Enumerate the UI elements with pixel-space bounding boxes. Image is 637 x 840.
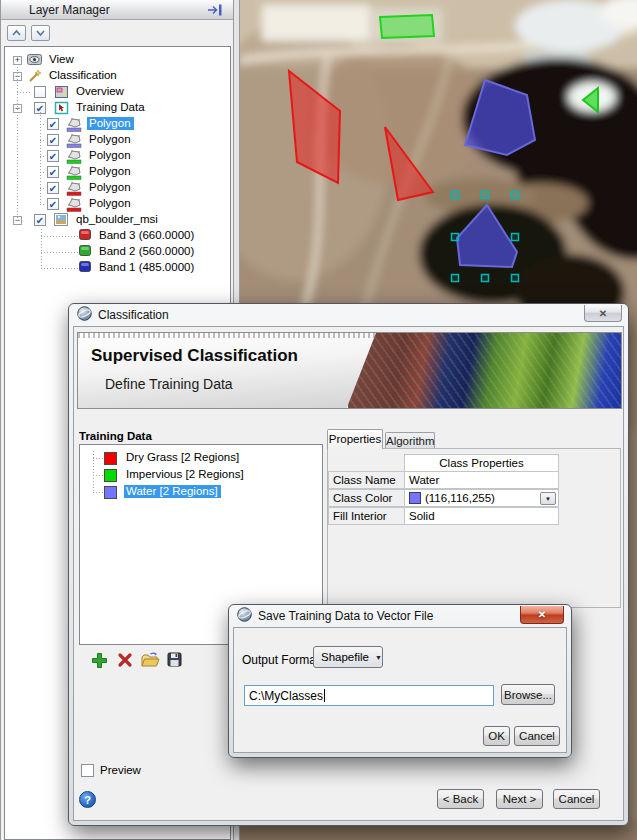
selection-handle[interactable]	[452, 275, 459, 282]
layer-checkbox[interactable]: ✔	[34, 214, 46, 226]
layer-manager-titlebar: Layer Manager	[1, 0, 233, 20]
layer-checkbox[interactable]: ✔	[47, 198, 59, 210]
raster-icon	[54, 213, 69, 229]
class-color-swatch	[104, 452, 117, 465]
layer-checkbox[interactable]: ✔	[47, 118, 59, 130]
tree-item-label: Classification	[47, 69, 120, 82]
class-item-dry-grass-2-regions[interactable]: Dry Grass [2 Regions]	[80, 450, 322, 467]
tree-item-training-data[interactable]: −✔Training Data	[5, 100, 230, 116]
close-icon: ✕	[599, 308, 607, 319]
tree-item-label: Polygon	[87, 149, 134, 162]
next-button[interactable]: Next >	[496, 789, 543, 809]
back-button[interactable]: < Back	[437, 789, 484, 809]
class-properties-header: Class Properties	[404, 454, 559, 472]
class-color-swatch	[104, 486, 117, 499]
browse-button[interactable]: Browse...	[501, 684, 555, 705]
dock-panel-icon[interactable]	[207, 3, 225, 17]
band-swatch	[79, 245, 91, 259]
property-label-fill-interior: Fill Interior	[328, 507, 405, 525]
layer-checkbox[interactable]	[34, 86, 46, 98]
tree-item-qb-boulder-msi[interactable]: −✔qb_boulder_msi	[5, 212, 230, 228]
tree-item-band-3-660-0000[interactable]: Band 3 (660.0000)	[5, 228, 230, 244]
close-button[interactable]: ✕	[520, 606, 564, 624]
tree-item-polygon[interactable]: ✔Polygon	[5, 148, 230, 164]
selection-handle[interactable]	[482, 275, 489, 282]
cancel-button[interactable]: Cancel	[514, 726, 560, 746]
training-data-label: Training Data	[79, 430, 152, 442]
overview-icon	[54, 85, 70, 101]
tree-item-view[interactable]: +View	[5, 52, 230, 68]
wizard-banner: Supervised Classification Define Trainin…	[77, 332, 622, 409]
preview-label: Preview	[100, 764, 141, 776]
wizard-subtitle: Define Training Data	[105, 376, 233, 392]
layer-checkbox[interactable]: ✔	[47, 182, 59, 194]
tree-item-band-2-560-0000[interactable]: Band 2 (560.0000)	[5, 244, 230, 260]
tree-item-overview[interactable]: Overview	[5, 84, 230, 100]
save-file-button[interactable]	[167, 652, 182, 671]
class-item-water-2-regions[interactable]: Water [2 Regions]	[80, 484, 322, 501]
tree-item-label: Polygon	[87, 165, 134, 178]
tree-item-label: Overview	[74, 85, 127, 98]
classification-dialog-titlebar[interactable]: Classification	[69, 304, 628, 326]
property-label-class-color: Class Color	[328, 489, 405, 507]
preview-checkbox[interactable]	[81, 764, 94, 777]
class-item-label: Water [2 Regions]	[124, 485, 221, 498]
help-button[interactable]: ?	[79, 791, 96, 808]
tree-item-classification[interactable]: −Classification	[5, 68, 230, 84]
tree-item-label: Training Data	[74, 101, 148, 114]
selection-handle[interactable]	[512, 234, 519, 241]
selection-handle[interactable]	[452, 192, 459, 199]
wand-icon	[27, 69, 43, 85]
close-button[interactable]: ✕	[584, 305, 622, 322]
tree-item-label: Band 3 (660.0000)	[97, 229, 197, 242]
cancel-button[interactable]: Cancel	[553, 789, 600, 809]
selection-handle[interactable]	[512, 275, 519, 282]
class-item-label: Dry Grass [2 Regions]	[124, 451, 242, 464]
open-file-button[interactable]	[141, 652, 160, 672]
tree-item-polygon[interactable]: ✔Polygon	[5, 116, 230, 132]
property-value-fill-interior[interactable]: Solid	[404, 507, 559, 525]
delete-class-button[interactable]	[117, 652, 133, 672]
band-swatch	[79, 261, 91, 275]
tab-properties[interactable]: Properties	[327, 429, 383, 449]
output-path-input[interactable]: C:\MyClasses	[244, 685, 494, 706]
tree-item-label: Band 2 (560.0000)	[97, 245, 197, 258]
tree-item-polygon[interactable]: ✔Polygon	[5, 132, 230, 148]
selection-handle[interactable]	[452, 234, 459, 241]
tab-algorithm[interactable]: Algorithm	[385, 432, 435, 449]
output-format-label: Output Format	[242, 653, 319, 667]
tree-item-label: qb_boulder_msi	[74, 213, 161, 226]
add-class-button[interactable]	[91, 652, 108, 673]
impervious-region-1[interactable]	[380, 15, 434, 38]
class-item-impervious-2-regions[interactable]: Impervious [2 Regions]	[80, 467, 322, 484]
property-value-class-name[interactable]: Water	[404, 471, 559, 489]
selection-handle[interactable]	[482, 192, 489, 199]
help-icon: ?	[84, 794, 91, 806]
tree-item-label: View	[47, 53, 77, 66]
tree-item-polygon[interactable]: ✔Polygon	[5, 164, 230, 180]
envi-app-icon	[237, 607, 252, 625]
expand-all-button[interactable]	[31, 25, 50, 41]
layer-checkbox[interactable]: ✔	[47, 134, 59, 146]
tree-item-polygon[interactable]: ✔Polygon	[5, 196, 230, 212]
output-format-select[interactable]: Shapefile▼	[313, 646, 383, 668]
tree-item-label: Polygon	[87, 197, 134, 210]
envi-application: Layer Manager +View−ClassificationOvervi…	[0, 0, 637, 840]
selection-handle[interactable]	[512, 192, 519, 199]
ok-button[interactable]: OK	[483, 726, 510, 746]
class-item-label: Impervious [2 Regions]	[124, 468, 247, 481]
layer-checkbox[interactable]: ✔	[47, 166, 59, 178]
class-color-swatch	[104, 469, 117, 482]
layer-manager-title: Layer Manager	[29, 3, 110, 17]
tree-item-label: Polygon	[87, 181, 134, 194]
collapse-all-button[interactable]	[7, 25, 26, 41]
tree-item-band-1-485-0000[interactable]: Band 1 (485.0000)	[5, 260, 230, 276]
envi-app-icon	[77, 306, 92, 324]
property-value-class-color[interactable]: (116,116,255)▼	[404, 489, 559, 507]
tree-item-polygon[interactable]: ✔Polygon	[5, 180, 230, 196]
layer-checkbox[interactable]: ✔	[47, 150, 59, 162]
tree-item-label: Band 1 (485.0000)	[97, 261, 197, 274]
text-caret	[324, 689, 325, 702]
banner-satellite-thumbnail	[346, 333, 622, 409]
color-dropdown-button[interactable]: ▼	[540, 492, 556, 505]
